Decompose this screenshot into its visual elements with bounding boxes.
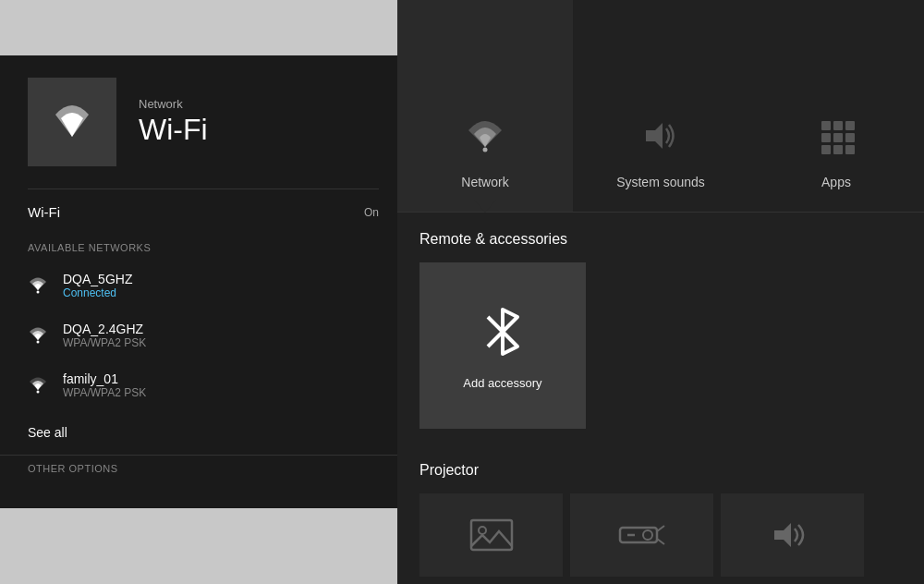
add-accessory-card[interactable]: Add accessory (419, 262, 586, 429)
remote-section: Remote & accessories Add accessory (397, 213, 924, 447)
image-icon (469, 517, 514, 554)
see-all-button[interactable]: See all (0, 410, 407, 455)
svg-rect-15 (471, 520, 512, 550)
grid-item-apps[interactable]: Apps (748, 0, 924, 212)
svg-point-1 (37, 341, 40, 344)
grid-item-network-label: Network (461, 175, 508, 189)
bluetooth-icon (479, 302, 527, 361)
network-family01-security: WPA/WPA2 PSK (63, 386, 146, 399)
projector-device-icon (618, 518, 666, 552)
network-dqa5-name: DQA_5GHZ (63, 272, 132, 286)
projector-section: Projector (397, 447, 924, 577)
other-options-label: OTHER OPTIONS (0, 455, 407, 481)
grid-item-apps-label: Apps (821, 175, 851, 189)
svg-marker-4 (646, 123, 663, 149)
wifi-signal-icon-family01 (28, 377, 48, 394)
svg-rect-11 (821, 145, 831, 154)
wifi-status-section: Wi-Fi On (0, 189, 407, 227)
network-item-dqa24[interactable]: DQA_2.4GHZ WPA/WPA2 PSK (28, 310, 379, 360)
left-panel: Network Wi-Fi Wi-Fi On AVAILABLE NETWORK… (0, 55, 407, 508)
apps-grid-icon (808, 108, 864, 164)
network-item-info-dqa24: DQA_2.4GHZ WPA/WPA2 PSK (63, 322, 146, 349)
network-header: Network Wi-Fi (0, 55, 407, 189)
svg-point-2 (37, 391, 40, 394)
apps-icon (814, 114, 858, 158)
projector-grid (419, 493, 902, 577)
right-panel: Network System sounds (397, 0, 924, 584)
network-family01-name: family_01 (63, 371, 146, 386)
add-accessory-label: Add accessory (463, 376, 541, 390)
svg-rect-6 (833, 121, 843, 130)
network-dqa24-name: DQA_2.4GHZ (63, 322, 146, 336)
svg-rect-9 (833, 133, 843, 142)
svg-rect-13 (845, 145, 855, 154)
network-label: Network (139, 97, 208, 111)
network-dqa24-security: WPA/WPA2 PSK (63, 336, 146, 349)
sounds-grid-icon (633, 108, 688, 164)
projector-title: Projector (419, 462, 902, 479)
available-networks-label: AVAILABLE NETWORKS (0, 227, 407, 261)
network-icon (463, 114, 507, 158)
wifi-name: Wi-Fi (28, 204, 60, 220)
svg-rect-12 (833, 145, 843, 154)
projector-item-device[interactable] (570, 493, 713, 577)
projector-item-volume[interactable] (721, 493, 864, 577)
svg-point-3 (483, 148, 488, 152)
svg-point-16 (479, 527, 486, 534)
projector-item-image[interactable] (419, 493, 563, 577)
network-title-area: Network Wi-Fi (139, 97, 208, 147)
svg-point-18 (643, 530, 652, 540)
svg-marker-20 (774, 523, 791, 547)
svg-rect-8 (821, 133, 831, 142)
remote-title: Remote & accessories (419, 231, 902, 248)
network-dqa5-status: Connected (63, 286, 132, 299)
wifi-icon-box (28, 78, 116, 166)
wifi-signal-icon-dqa24 (28, 327, 48, 344)
network-grid-icon (457, 108, 513, 164)
svg-rect-7 (845, 121, 855, 130)
wifi-signal-icon-dqa5 (28, 277, 48, 294)
grid-item-sounds-label: System sounds (616, 175, 705, 189)
network-item-family01[interactable]: family_01 WPA/WPA2 PSK (28, 360, 379, 410)
sound-icon (638, 114, 683, 158)
grid-item-sounds[interactable]: System sounds (573, 0, 748, 212)
settings-grid-top: Network System sounds (397, 0, 924, 213)
wifi-status-row: Wi-Fi On (28, 204, 379, 220)
svg-rect-10 (845, 133, 855, 142)
network-item-info-dqa5: DQA_5GHZ Connected (63, 272, 132, 299)
network-item-dqa5[interactable]: DQA_5GHZ Connected (28, 261, 379, 310)
wifi-main-icon (43, 92, 102, 152)
grid-item-network[interactable]: Network (397, 0, 573, 212)
svg-point-0 (37, 291, 40, 294)
volume-icon (771, 518, 815, 552)
wifi-title: Wi-Fi (139, 113, 208, 147)
wifi-status-value: On (364, 206, 379, 219)
svg-rect-5 (821, 121, 831, 130)
network-list: DQA_5GHZ Connected DQA_2.4GHZ WPA/WPA2 P… (0, 261, 407, 410)
network-item-info-family01: family_01 WPA/WPA2 PSK (63, 371, 146, 399)
